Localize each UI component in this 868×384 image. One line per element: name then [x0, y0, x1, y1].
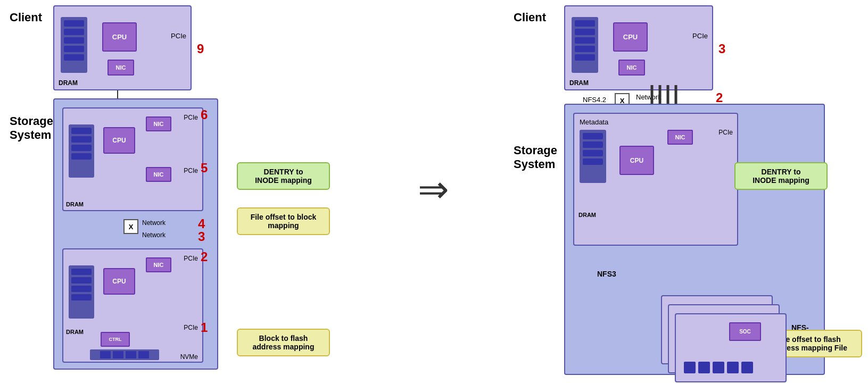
- dram-slot: [71, 277, 92, 283]
- dram-slot: [575, 46, 595, 52]
- nfs3-label-right: NFS3: [597, 270, 616, 278]
- network-4-label: Network: [142, 219, 166, 227]
- dram-label-client: DRAM: [59, 79, 78, 87]
- pcie-client-left: PCIe: [171, 32, 186, 40]
- dram-slot: [575, 54, 595, 61]
- dram-slot: [71, 286, 92, 292]
- diagram-container: Client StorageSystem DRAM CPU NIC PCIe 9…: [0, 0, 868, 384]
- pcie-metadata: PCIe: [718, 129, 733, 136]
- arrow: ⇒: [418, 168, 449, 211]
- dram-metadata: [580, 130, 606, 183]
- pcie-client-right: PCIe: [692, 32, 708, 40]
- pcie-upper-top: PCIe: [184, 114, 198, 121]
- dram-slot: [71, 294, 92, 300]
- dram-slot: [64, 37, 84, 44]
- switch-storage: X: [123, 219, 138, 234]
- nvme-ctrl: CTRL: [101, 332, 130, 347]
- nic-upper-top: NIC: [146, 116, 171, 131]
- block-flash-mapping-left: Block to flashaddress mapping: [237, 329, 330, 356]
- dram-label-upper: DRAM: [66, 201, 84, 207]
- cpu-lower: CPU: [103, 268, 135, 295]
- client-label-left: Client: [10, 11, 42, 24]
- metadata-node: Metadata DRAM CPU NIC PCIe: [573, 113, 738, 246]
- dram-slot: [71, 136, 92, 143]
- nvme-slot: [100, 351, 111, 358]
- dram-client-left: [61, 17, 87, 73]
- storage-label-right: StorageSystem: [514, 144, 557, 172]
- slot: [727, 362, 739, 373]
- nvme-slot: [138, 351, 149, 358]
- soc-slots-3: [684, 362, 753, 373]
- network-3-label: Network: [142, 231, 166, 239]
- storage-outer-right: Metadata DRAM CPU NIC PCIe NFS3 SOC: [564, 104, 825, 375]
- slot: [684, 362, 696, 373]
- storage-lower-node: DRAM CPU NIC PCIe PCIe CTRL NVMe: [62, 248, 203, 363]
- dram-slot: [575, 20, 595, 27]
- num-2: 2: [201, 249, 208, 264]
- nic-upper-bottom: NIC: [146, 167, 171, 182]
- nfs42-label: NFS4.2: [583, 96, 606, 104]
- num-3-right: 3: [718, 41, 725, 56]
- dram-slot: [583, 158, 603, 165]
- dram-slot: [583, 150, 603, 156]
- pcie-upper-bottom: PCIe: [184, 167, 198, 174]
- dram-slot: [575, 37, 595, 44]
- pcie-lower-bottom: PCIe: [184, 324, 198, 331]
- nvme-slots: [90, 349, 159, 360]
- dram-label-lower: DRAM: [66, 329, 84, 335]
- storage-label-left: StorageSystem: [10, 114, 53, 143]
- dentry-mapping-left: DENTRY toINODE mapping: [237, 162, 330, 190]
- nvme-label: NVMe: [180, 353, 198, 361]
- client-label-right: Client: [514, 11, 546, 24]
- dram-lower: [69, 265, 94, 319]
- dram-label-metadata: DRAM: [578, 212, 596, 218]
- nic-client-left: NIC: [108, 60, 134, 76]
- nic-lower-top: NIC: [146, 257, 171, 272]
- client-box-right: DRAM CPU NIC PCIe: [564, 5, 713, 90]
- num-1: 1: [201, 320, 208, 335]
- slot: [698, 362, 710, 373]
- slot: [741, 362, 753, 373]
- dram-slot: [64, 20, 84, 27]
- dram-slot: [71, 269, 92, 275]
- soc-3: SOC: [729, 322, 761, 341]
- num-9: 9: [197, 41, 204, 56]
- dram-slot: [64, 54, 84, 61]
- num-5: 5: [201, 161, 208, 176]
- nvme-slot: [126, 351, 136, 358]
- dram-slot: [583, 133, 603, 139]
- metadata-label: Metadata: [580, 118, 608, 126]
- num-6: 6: [201, 107, 208, 122]
- dram-slot: [583, 141, 603, 148]
- dram-slot: [71, 153, 92, 160]
- storage-upper-node: DRAM CPU NIC NIC PCIe PCIe: [62, 107, 203, 211]
- storage-outer-left: DRAM CPU NIC NIC PCIe PCIe 6 5 Network 4…: [53, 98, 218, 370]
- file-offset-mapping-left: File offset to blockmapping: [237, 207, 330, 235]
- cpu-metadata: CPU: [619, 146, 654, 175]
- dram-slot: [64, 46, 84, 52]
- dram-slot: [575, 29, 595, 35]
- nic-metadata: NIC: [667, 130, 693, 145]
- dentry-mapping-right: DENTRY toINODE mapping: [734, 162, 828, 190]
- nfs-essd-box-3: SOC: [675, 313, 787, 382]
- nvme-slot: [113, 351, 123, 358]
- slot: [713, 362, 724, 373]
- dram-slot: [71, 145, 92, 151]
- client-box-left: DRAM CPU NIC PCIe: [53, 5, 192, 90]
- pcie-lower-top: PCIe: [184, 255, 198, 262]
- dram-upper: [69, 124, 94, 178]
- dram-slot: [64, 29, 84, 35]
- dram-slot: [71, 128, 92, 134]
- cpu-client-left: CPU: [102, 22, 137, 52]
- cpu-client-right: CPU: [613, 22, 648, 52]
- dram-label-client-right: DRAM: [569, 79, 589, 87]
- dram-client-right: [572, 17, 598, 73]
- cpu-upper: CPU: [103, 127, 135, 154]
- nic-client-right: NIC: [618, 60, 645, 76]
- num-3: 3: [198, 229, 205, 244]
